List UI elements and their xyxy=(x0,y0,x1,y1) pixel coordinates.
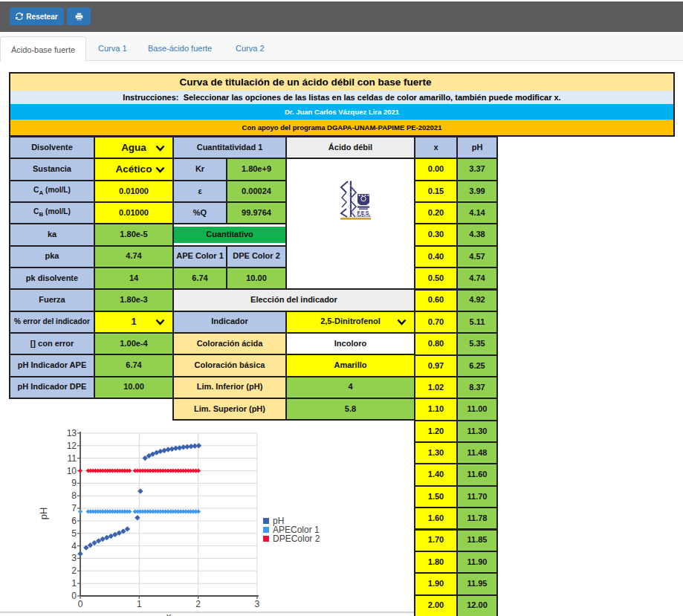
svg-text:12: 12 xyxy=(67,441,77,451)
svg-text:6: 6 xyxy=(71,516,77,526)
svg-text:4: 4 xyxy=(71,541,77,551)
svg-text:1: 1 xyxy=(71,578,77,589)
svg-text:pH: pH xyxy=(38,508,49,520)
svg-text:2: 2 xyxy=(195,599,201,609)
svg-text:9: 9 xyxy=(71,478,77,488)
svg-text:13: 13 xyxy=(67,428,77,438)
svg-text:7: 7 xyxy=(71,503,77,513)
svg-text:2: 2 xyxy=(71,565,77,576)
svg-text:5: 5 xyxy=(71,528,77,539)
svg-text:11: 11 xyxy=(68,453,77,464)
svg-text:3: 3 xyxy=(71,553,77,563)
svg-text:DPEColor 2: DPEColor 2 xyxy=(273,534,320,544)
svg-text:10: 10 xyxy=(67,466,77,476)
svg-text:0: 0 xyxy=(71,591,77,601)
svg-text:1: 1 xyxy=(137,599,142,609)
svg-text:0: 0 xyxy=(78,599,83,609)
svg-text:8: 8 xyxy=(71,490,77,501)
svg-text:ZARAGOZA: ZARAGOZA xyxy=(357,215,371,218)
svg-text:3: 3 xyxy=(255,599,260,609)
